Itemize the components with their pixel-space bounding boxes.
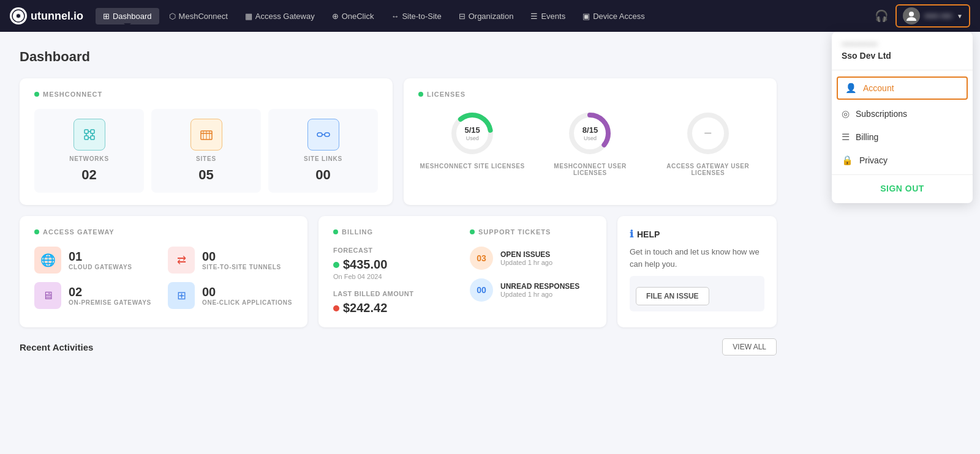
gateway-donut: — xyxy=(684,109,733,158)
recent-activities-header: Recent Activities VIEW ALL xyxy=(20,338,777,355)
signout-button[interactable]: SIGN OUT xyxy=(832,177,973,199)
user-donut-label: 8/15 Used xyxy=(582,125,598,141)
dropdown-subscriptions[interactable]: ◎ Subscriptions xyxy=(832,102,973,125)
gateway-license-item[interactable]: — ACCESS GATEWAY USER LICENSES xyxy=(654,109,762,176)
nav-right: 🎧 ••••• •••• ▼ xyxy=(875,4,970,28)
billing-icon: ☰ xyxy=(842,132,850,143)
oneclick-apps-item[interactable]: ⊞ 00 ONE-CLICK APPLICATIONS xyxy=(168,282,293,309)
nav-item-oneclick[interactable]: ⊕ OneClick xyxy=(325,8,382,24)
support-section: SUPPORT TICKETS 03 OPEN ISSUES Updated 1… xyxy=(470,228,592,315)
nav-item-device-access[interactable]: ▣ Device Access xyxy=(575,8,652,24)
access-gateway-section-title: ACCESS GATEWAY xyxy=(34,228,293,236)
svg-rect-16 xyxy=(317,133,322,136)
nav-item-site-to-site[interactable]: ↔ Site-to-Site xyxy=(383,8,448,24)
site-to-site-tunnels-item[interactable]: ⇄ 00 SITE-TO-SITE TUNNELS xyxy=(168,247,293,274)
site-links-icon xyxy=(307,119,339,151)
site-to-site-icon: ↔ xyxy=(391,12,399,21)
nav-items: ⊞ Dashboard ⬡ MeshConnect ▦ Access Gatew… xyxy=(96,8,875,24)
site-license-item[interactable]: 5/15 Used MESHCONNECT SITE LICENSES xyxy=(418,109,526,176)
brand-logo[interactable]: utunnel.io xyxy=(10,7,83,24)
site-to-site-icon: ⇄ xyxy=(168,247,195,274)
svg-point-1 xyxy=(17,14,20,18)
billing-dot-indicator xyxy=(333,229,338,234)
meshconnect-section-title: MESHCONNECT xyxy=(34,91,378,98)
unread-responses-item[interactable]: 00 UNREAD RESPONSES Updated 1 hr ago xyxy=(470,278,592,302)
page-title: Dashboard xyxy=(20,49,777,65)
dropdown-org-name: Sso Dev Ltd xyxy=(842,51,891,61)
svg-rect-4 xyxy=(91,130,94,133)
chevron-down-icon: ▼ xyxy=(957,13,963,20)
forecast-dot xyxy=(333,262,339,268)
help-text: Get in touch and let us know how we can … xyxy=(630,246,764,270)
billing-support-card: BILLING FORECAST $435.00 On Feb 04 2024 … xyxy=(318,216,606,327)
meshconnect-icon: ⬡ xyxy=(169,12,176,21)
forecast-amount: $435.00 xyxy=(333,258,455,272)
on-premise-gateways-item[interactable]: 🖥 02 ON-PREMISE GATEWAYS xyxy=(34,282,159,309)
sites-item[interactable]: SITES 05 xyxy=(151,109,261,193)
help-sub-area: FILE AN ISSUE xyxy=(630,276,764,311)
site-donut-label: 5/15 Used xyxy=(465,125,480,141)
meshconnect-card: MESHCONNECT xyxy=(20,78,393,205)
gateway-donut-label: — xyxy=(704,129,711,137)
support-section-title: SUPPORT TICKETS xyxy=(470,228,592,236)
gateway-grid: 🌐 01 CLOUD GATEWAYS ⇄ 00 SITE-TO-SITE TU… xyxy=(34,247,293,309)
nav-item-organization[interactable]: ⊟ Organization xyxy=(451,8,521,24)
meshconnect-dot xyxy=(34,92,39,97)
user-name: ••••• •••• xyxy=(925,12,952,21)
oneclick-icon: ⊞ xyxy=(168,282,195,309)
cloud-gateways-item[interactable]: 🌐 01 CLOUD GATEWAYS xyxy=(34,247,159,274)
site-links-item[interactable]: SITE LINKS 00 xyxy=(268,109,378,193)
dropdown-divider xyxy=(832,174,973,175)
dashboard-icon: ⊞ xyxy=(103,12,110,21)
navbar: utunnel.io ⊞ Dashboard ⬡ MeshConnect ▦ A… xyxy=(0,0,980,32)
support-dot xyxy=(470,229,475,234)
nav-item-dashboard[interactable]: ⊞ Dashboard xyxy=(96,8,159,24)
licenses-section-title: LICENSES xyxy=(418,91,762,98)
account-icon: 👤 xyxy=(845,83,857,94)
last-billed-amount: $242.42 xyxy=(333,301,455,315)
help-card: ℹ HELP Get in touch and let us know how … xyxy=(617,216,777,327)
networks-item[interactable]: NETWORKS 02 xyxy=(34,109,144,193)
dropdown-privacy[interactable]: 🔒 Privacy xyxy=(832,149,973,172)
subscriptions-icon: ◎ xyxy=(842,108,850,119)
svg-point-2 xyxy=(909,12,914,17)
nav-item-events[interactable]: ☰ Events xyxy=(523,8,573,24)
open-issues-item[interactable]: 03 OPEN ISSUES Updated 1 hr ago xyxy=(470,247,592,270)
file-issue-button[interactable]: FILE AN ISSUE xyxy=(636,287,709,305)
access-gateway-dot xyxy=(34,229,39,234)
nav-item-access-gateway[interactable]: ▦ Access Gateway xyxy=(238,8,322,24)
cloud-gateway-icon: 🌐 xyxy=(34,247,61,274)
svg-rect-3 xyxy=(85,130,88,133)
nav-item-meshconnect[interactable]: ⬡ MeshConnect xyxy=(162,8,235,24)
user-license-item[interactable]: 8/15 Used MESHCONNECT USER LICENSES xyxy=(536,109,644,176)
dropdown-billing[interactable]: ☰ Billing xyxy=(832,125,973,149)
main-content: Dashboard MESHCONNECT xyxy=(0,32,796,373)
device-access-icon: ▣ xyxy=(582,12,590,21)
view-all-button[interactable]: VIEW ALL xyxy=(722,338,777,355)
recent-activities-title: Recent Activities xyxy=(20,342,93,352)
svg-rect-6 xyxy=(91,136,94,140)
networks-icon xyxy=(74,119,105,151)
events-icon: ☰ xyxy=(530,12,538,21)
access-gateway-card: ACCESS GATEWAY 🌐 01 CLOUD GATEWAYS ⇄ 00 xyxy=(20,216,307,327)
licenses-card: LICENSES 5/15 Used MESHCON xyxy=(404,78,777,205)
meshconnect-items: NETWORKS 02 SITES 05 xyxy=(34,109,378,193)
licenses-grid: 5/15 Used MESHCONNECT SITE LICENSES xyxy=(418,109,762,176)
unread-badge: 00 xyxy=(470,278,493,302)
organization-icon: ⊟ xyxy=(459,12,466,21)
on-premise-icon: 🖥 xyxy=(34,282,61,309)
oneclick-icon: ⊕ xyxy=(332,12,339,21)
privacy-icon: 🔒 xyxy=(842,155,853,166)
access-gateway-icon: ▦ xyxy=(245,12,252,21)
avatar xyxy=(903,7,920,24)
svg-rect-17 xyxy=(325,133,330,136)
dropdown-account[interactable]: 👤 Account xyxy=(837,76,968,100)
billing-section: BILLING FORECAST $435.00 On Feb 04 2024 … xyxy=(333,228,455,315)
dropdown-org-blurred: •••••••••••••• xyxy=(842,40,963,49)
help-title: ℹ HELP xyxy=(630,228,764,240)
help-headset-icon[interactable]: 🎧 xyxy=(875,9,888,23)
top-cards-row: MESHCONNECT xyxy=(20,78,777,205)
dropdown-items: 👤 Account ◎ Subscriptions ☰ Billing 🔒 Pr… xyxy=(832,70,973,203)
user-avatar-button[interactable]: ••••• •••• ▼ xyxy=(895,4,970,28)
bottom-section: ACCESS GATEWAY 🌐 01 CLOUD GATEWAYS ⇄ 00 xyxy=(20,216,777,327)
